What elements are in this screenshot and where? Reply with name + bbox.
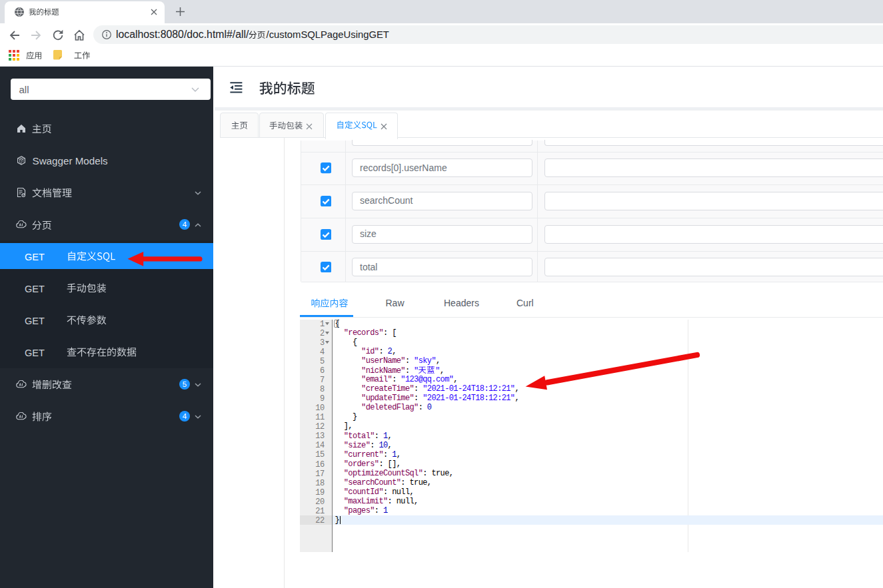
svg-text:4: 4 xyxy=(183,220,187,228)
svg-text:4: 4 xyxy=(183,412,187,420)
svg-text:5: 5 xyxy=(183,380,187,388)
